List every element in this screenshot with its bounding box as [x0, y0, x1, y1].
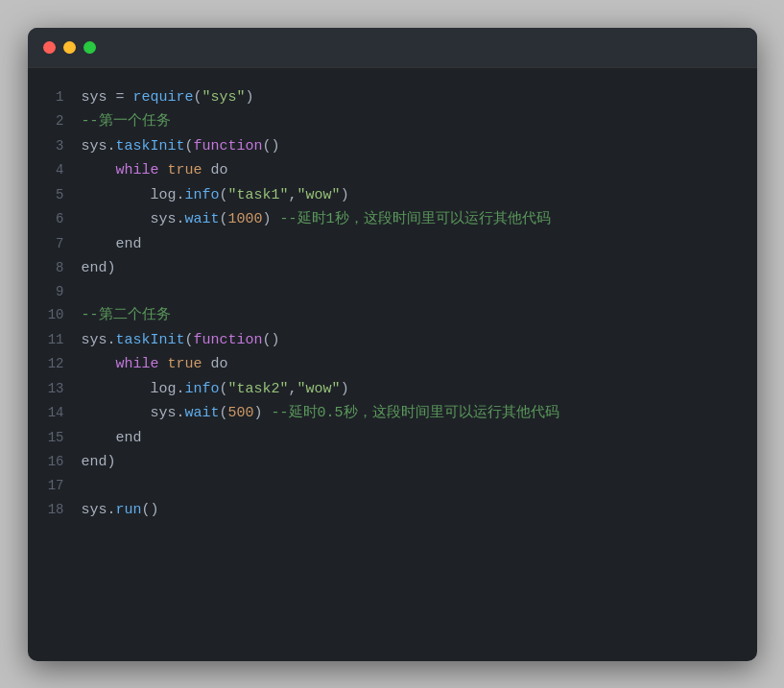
- code-token: sys: [82, 502, 107, 518]
- code-token: ): [341, 381, 349, 397]
- line-content: --第二个任务: [82, 303, 171, 328]
- code-editor: 1sys = require("sys")2--第一个任务3sys.taskIn…: [28, 68, 757, 540]
- code-line: 5 log.info("task1","wow"): [37, 183, 738, 208]
- line-number: 15: [37, 427, 64, 450]
- line-content: log.info("task2","wow"): [82, 377, 349, 402]
- line-content: sys.wait(1000) --延时1秒，这段时间里可以运行其他代码: [82, 207, 551, 232]
- code-token: .: [107, 502, 116, 518]
- line-number: 1: [37, 86, 64, 109]
- code-token: [82, 162, 116, 178]
- code-token: ): [246, 89, 254, 106]
- code-token: while: [116, 356, 159, 372]
- code-token: ): [263, 211, 280, 227]
- code-window: 1sys = require("sys")2--第一个任务3sys.taskIn…: [28, 28, 757, 661]
- code-token: --延时1秒，这段时间里可以运行其他代码: [280, 211, 551, 227]
- line-number: 6: [37, 208, 64, 231]
- line-number: 16: [37, 451, 64, 474]
- line-number: 14: [37, 402, 64, 425]
- code-token: (): [142, 502, 159, 518]
- code-token: (: [220, 381, 228, 397]
- code-token: end: [116, 430, 142, 446]
- code-line: 4 while true do: [37, 158, 738, 183]
- line-number: 7: [37, 233, 64, 256]
- code-token: "task1": [228, 187, 289, 203]
- code-token: function: [194, 332, 263, 348]
- code-token: "wow": [297, 187, 341, 203]
- code-token: --第二个任务: [82, 307, 171, 323]
- code-token: ,: [289, 187, 297, 203]
- line-content: sys.taskInit(function(): [82, 134, 280, 159]
- code-line: 18sys.run(): [37, 498, 738, 523]
- line-number: 17: [37, 475, 64, 498]
- line-content: sys.run(): [82, 498, 159, 523]
- code-line: 13 log.info("task2","wow"): [37, 377, 738, 402]
- code-token: wait: [185, 405, 220, 421]
- line-number: 13: [37, 378, 64, 401]
- line-number: 12: [37, 353, 64, 376]
- line-content: log.info("task1","wow"): [82, 183, 349, 208]
- code-token: end: [116, 236, 142, 252]
- line-content: end): [82, 256, 116, 281]
- code-token: ,: [289, 381, 297, 397]
- line-content: end: [82, 426, 142, 451]
- code-token: .: [107, 332, 116, 348]
- code-token: (: [220, 187, 228, 203]
- code-token: ): [341, 187, 349, 203]
- line-number: 2: [37, 110, 64, 133]
- code-token: wait: [185, 211, 220, 227]
- code-token: sys: [151, 405, 177, 421]
- code-line: 15 end: [37, 426, 738, 451]
- code-line: 3sys.taskInit(function(): [37, 134, 738, 159]
- code-token: .: [107, 138, 116, 154]
- code-token: "task2": [228, 381, 289, 397]
- code-token: 1000: [228, 211, 263, 227]
- code-token: (: [220, 211, 228, 227]
- code-token: sys: [82, 89, 107, 106]
- close-button[interactable]: [43, 41, 56, 54]
- code-token: [82, 381, 151, 397]
- code-token: "wow": [297, 381, 341, 397]
- code-line: 7 end: [37, 232, 738, 257]
- code-token: =: [107, 89, 133, 106]
- line-content: end: [82, 232, 142, 257]
- code-token: true: [168, 356, 202, 372]
- maximize-button[interactable]: [83, 41, 96, 54]
- line-content: sys = require("sys"): [82, 85, 254, 110]
- code-token: (: [220, 405, 228, 421]
- line-number: 5: [37, 184, 64, 207]
- code-token: log: [151, 187, 177, 203]
- code-token: while: [116, 162, 159, 178]
- title-bar: [28, 28, 757, 68]
- line-content: end): [82, 450, 116, 475]
- code-token: [159, 162, 168, 178]
- code-line: 6 sys.wait(1000) --延时1秒，这段时间里可以运行其他代码: [37, 207, 738, 232]
- code-token: 500: [228, 405, 254, 421]
- code-token: function: [194, 138, 263, 154]
- code-token: log: [151, 381, 177, 397]
- minimize-button[interactable]: [63, 41, 76, 54]
- code-token: --第一个任务: [82, 113, 171, 130]
- line-content: while true do: [82, 352, 228, 377]
- code-token: [82, 356, 116, 372]
- code-token: (: [185, 138, 194, 154]
- code-token: sys: [151, 211, 177, 227]
- code-token: do: [202, 162, 228, 178]
- code-token: .: [177, 381, 185, 397]
- code-token: end): [82, 260, 116, 276]
- line-number: 3: [37, 135, 64, 158]
- code-token: [82, 405, 151, 421]
- code-line: 9: [37, 281, 738, 304]
- code-token: .: [177, 187, 185, 203]
- code-token: taskInit: [116, 332, 185, 348]
- code-line: 17: [37, 475, 738, 498]
- code-token: info: [185, 381, 220, 397]
- code-token: sys: [82, 138, 107, 154]
- code-token: do: [202, 356, 228, 372]
- code-token: taskInit: [116, 138, 185, 154]
- code-line: 16end): [37, 450, 738, 475]
- line-content: --第一个任务: [82, 109, 171, 134]
- code-token: sys: [82, 332, 107, 348]
- code-token: run: [116, 502, 142, 518]
- code-token: .: [177, 211, 185, 227]
- line-content: sys.taskInit(function(): [82, 328, 280, 353]
